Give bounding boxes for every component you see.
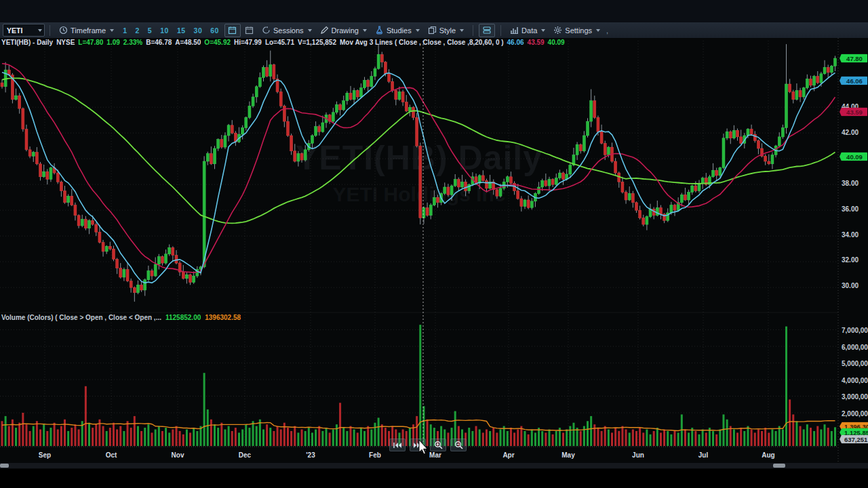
- settings-menu[interactable]: Settings: [549, 23, 604, 37]
- chart-info-token: B=46.78: [146, 39, 172, 46]
- chart-info-token: 40.09: [548, 39, 565, 46]
- trading-platform-window: YETI Timeframe 12510153060 Sessions Draw…: [0, 0, 868, 488]
- chart-info-token: 43.59: [528, 39, 545, 46]
- chevron-down-icon: [416, 29, 420, 32]
- chart-nav-buttons: [389, 439, 467, 451]
- symbol-value: YETI: [7, 26, 22, 35]
- calendar-icon: [228, 26, 237, 35]
- candle-bodies: [1, 54, 836, 293]
- chart-info-token: 1.09: [106, 39, 119, 46]
- chevron-down-icon: [363, 29, 367, 32]
- volume-bars: [1, 325, 836, 446]
- interval-2-button[interactable]: 2: [132, 25, 143, 36]
- chevron-down-icon: [38, 29, 42, 32]
- chart-info-token: YETI(HB) - Daily: [1, 39, 53, 46]
- settings-label: Settings: [565, 26, 592, 35]
- studies-label: Studies: [387, 26, 412, 35]
- sessions-menu[interactable]: Sessions: [258, 23, 316, 37]
- zoom-in-button[interactable]: [430, 439, 446, 451]
- chevron-down-icon: [541, 29, 545, 32]
- data-label: Data: [521, 26, 537, 35]
- ma-20-line: [2, 64, 835, 272]
- volume-header-token: 1125852.00: [165, 314, 201, 321]
- chart-info-token: 2.33%: [123, 39, 142, 46]
- chart-info-token: Lo=45.71: [265, 39, 294, 46]
- calendar-range-button[interactable]: [224, 24, 241, 37]
- chart-info-token: 46.06: [507, 39, 524, 46]
- chevron-down-icon: [460, 29, 464, 32]
- interval-30-button[interactable]: 30: [191, 25, 206, 36]
- data-menu[interactable]: Data: [506, 23, 549, 37]
- toolbar-divider: [50, 25, 50, 36]
- volume-header-token: Volume (Colors) ( Close > Open , Close <…: [1, 314, 161, 321]
- pan-left-button[interactable]: [389, 439, 406, 451]
- style-menu[interactable]: Style: [424, 23, 468, 37]
- toolbar-divider: [473, 25, 473, 36]
- more-options[interactable]: ,: [606, 26, 608, 35]
- chart-info-token: NYSE: [56, 39, 75, 46]
- chart-info-token: A=48.50: [175, 39, 201, 46]
- chevron-down-icon: [308, 29, 312, 32]
- studies-menu[interactable]: Studies: [371, 23, 424, 37]
- zoom-out-button[interactable]: [450, 439, 467, 451]
- toolbar-divider: [500, 25, 501, 36]
- chart-info-token: Mov Avg 3 Lines ( Close , Close , Close …: [340, 39, 504, 46]
- chart-info-token: O=45.92: [204, 39, 231, 46]
- chart-toolbar: YETI Timeframe 12510153060 Sessions Draw…: [0, 22, 868, 39]
- timeframe-label: Timeframe: [71, 26, 106, 35]
- volume-study-label: Volume (Colors) ( Close > Open , Close <…: [1, 314, 245, 321]
- flask-icon: [375, 26, 384, 35]
- gear-icon: [553, 26, 562, 35]
- timeframe-menu[interactable]: Timeframe: [55, 23, 118, 37]
- layout-icon: [482, 26, 492, 35]
- style-label: Style: [439, 26, 456, 35]
- interval-1-button[interactable]: 1: [119, 25, 130, 36]
- scrollbar-thumb[interactable]: [773, 464, 785, 468]
- candlestick-chart-canvas[interactable]: [0, 38, 868, 472]
- drawing-label: Drawing: [332, 26, 359, 35]
- layout-button[interactable]: [479, 24, 495, 37]
- pan-right-button[interactable]: [410, 439, 426, 451]
- sessions-label: Sessions: [273, 26, 304, 35]
- chart-info-token: Hi=47.99: [234, 39, 262, 46]
- candle-wicks: [2, 44, 835, 302]
- calendar-icon: [245, 26, 254, 35]
- drawing-menu[interactable]: Drawing: [316, 23, 371, 37]
- chart-region: YETI(HB) Daily YETI Holdings Inc YETI(HB…: [0, 38, 868, 488]
- gridlines: [0, 38, 838, 472]
- horizontal-scrollbar[interactable]: [0, 463, 868, 468]
- window-top-strip: [0, 0, 868, 22]
- scrollbar-left-block[interactable]: [0, 464, 9, 468]
- chevron-down-icon: [596, 29, 600, 32]
- interval-buttons: 12510153060: [119, 25, 222, 36]
- volume-header-token: 1396302.58: [205, 314, 241, 321]
- chart-info-token: V=1,125,852: [298, 39, 336, 46]
- interval-10-button[interactable]: 10: [157, 25, 172, 36]
- interval-60-button[interactable]: 60: [207, 25, 222, 36]
- chart-info-line: YETI(HB) - DailyNYSEL=47.801.092.33%B=46…: [1, 39, 568, 46]
- sessions-clock-icon: [262, 26, 271, 35]
- calendar-button[interactable]: [242, 24, 257, 37]
- pencil-icon: [320, 26, 329, 35]
- bar-chart-icon: [510, 26, 519, 35]
- window-bottom-strip: [0, 469, 868, 488]
- style-layers-icon: [428, 26, 437, 35]
- chevron-down-icon: [110, 29, 114, 32]
- interval-5-button[interactable]: 5: [144, 25, 155, 36]
- clock-icon: [59, 26, 68, 35]
- interval-15-button[interactable]: 15: [174, 25, 189, 36]
- chart-info-token: L=47.80: [78, 39, 103, 46]
- symbol-combobox[interactable]: YETI: [3, 24, 45, 37]
